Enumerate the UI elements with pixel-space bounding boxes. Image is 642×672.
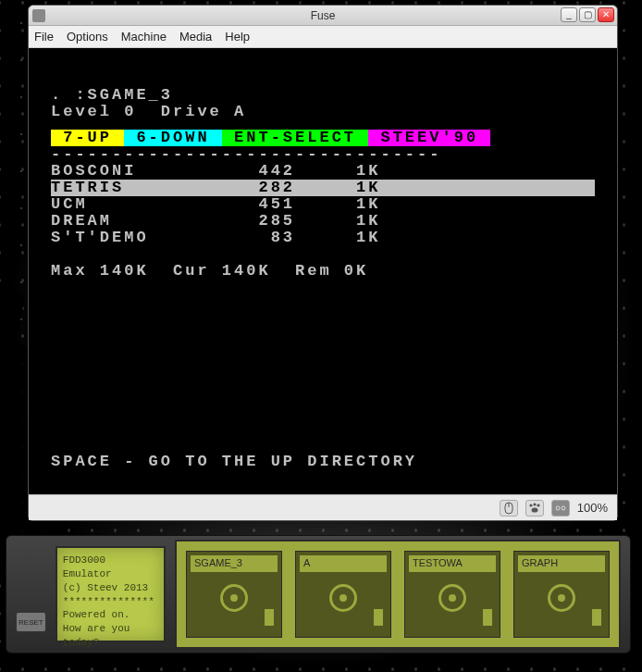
svg-rect-6 xyxy=(553,504,568,513)
minimize-button[interactable]: _ xyxy=(561,7,577,22)
drive-3[interactable]: GRAPH xyxy=(513,551,610,638)
mouse-icon[interactable] xyxy=(500,500,518,516)
menubar: File Options Machine Media Help xyxy=(29,26,617,48)
app-icon xyxy=(32,9,45,22)
menu-machine[interactable]: Machine xyxy=(121,30,167,44)
zoom-level: 100% xyxy=(577,501,608,515)
drive-label: GRAPH xyxy=(518,555,605,572)
lcd-line: Powered on. xyxy=(63,608,158,622)
floppy-notch xyxy=(592,609,601,626)
drive-label: SGAME_3 xyxy=(191,555,278,572)
menu-help[interactable]: Help xyxy=(225,30,250,44)
menu-options[interactable]: Options xyxy=(67,30,108,44)
credit: STEEV'90 xyxy=(368,130,490,146)
space-hint: SPACE - GO TO THE UP DIRECTORY xyxy=(51,454,417,470)
divider: -------------------------------- xyxy=(51,146,595,163)
menu-media[interactable]: Media xyxy=(179,30,212,44)
fuse-window: Fuse _ ▢ ✕ File Options Machine Media He… xyxy=(28,5,618,521)
header-bar: 7-UP 6-DOWN ENT-SELECT STEEV'90 xyxy=(51,130,595,146)
file-row[interactable]: DREAM 285 1K xyxy=(51,213,595,230)
drive-2[interactable]: TESTOWA xyxy=(404,551,500,638)
floppy-notch xyxy=(265,609,274,626)
hint-select: ENT-SELECT xyxy=(222,130,368,146)
svg-point-5 xyxy=(531,507,537,512)
svg-point-2 xyxy=(529,504,532,506)
file-row[interactable]: UCM 451 1K xyxy=(51,196,595,213)
lcd-line: *************** xyxy=(63,595,158,609)
file-list: BOSCONI 442 1K TETRIS 282 1K UCM 451 1K … xyxy=(51,163,595,246)
file-row[interactable]: S'T'DEMO 83 1K xyxy=(51,230,595,246)
floppy-icon xyxy=(220,584,248,612)
path-line: . :SGAME_3 xyxy=(51,87,595,104)
hint-up: 7-UP xyxy=(51,130,124,146)
lcd-line: (c) Steev 2013 xyxy=(63,581,158,595)
menu-file[interactable]: File xyxy=(34,30,54,44)
window-title: Fuse xyxy=(29,9,617,22)
emulator-screen[interactable]: . :SGAME_3 Level 0 Drive A 7-UP 6-DOWN E… xyxy=(29,48,617,494)
drive-label: A xyxy=(300,555,387,572)
titlebar[interactable]: Fuse _ ▢ ✕ xyxy=(29,6,617,26)
floppy-icon xyxy=(438,584,466,612)
fdd3000-panel: RESET FDD3000 Emulator (c) Steev 2013 **… xyxy=(6,535,631,653)
drive-bay: SGAME_3 A TESTOWA GRAPH xyxy=(175,540,621,649)
status-bar: 100% xyxy=(29,494,617,520)
drive-1[interactable]: A xyxy=(295,551,391,638)
file-row[interactable]: TETRIS 282 1K xyxy=(51,180,595,196)
floppy-icon xyxy=(548,584,575,612)
close-button[interactable]: ✕ xyxy=(598,7,614,22)
maximize-button[interactable]: ▢ xyxy=(579,7,596,22)
svg-point-4 xyxy=(537,504,539,506)
floppy-notch xyxy=(483,609,492,626)
lcd-line: How are you today? xyxy=(63,622,158,650)
drive-label: TESTOWA xyxy=(409,555,496,572)
disk-stats: Max 140K Cur 140K Rem 0K xyxy=(51,263,595,280)
hint-down: 6-DOWN xyxy=(124,130,222,146)
floppy-notch xyxy=(374,609,383,626)
drive-0[interactable]: SGAME_3 xyxy=(186,551,282,638)
level-drive-line: Level 0 Drive A xyxy=(51,104,595,120)
lcd-line: FDD3000 Emulator xyxy=(63,554,158,581)
svg-point-3 xyxy=(533,503,536,505)
fdd-lcd: FDD3000 Emulator (c) Steev 2013 ********… xyxy=(56,546,166,642)
file-row[interactable]: BOSCONI 442 1K xyxy=(51,163,595,180)
tape-icon[interactable] xyxy=(551,500,570,516)
reset-button[interactable]: RESET xyxy=(16,612,46,632)
floppy-icon xyxy=(329,584,357,612)
paw-icon[interactable] xyxy=(525,500,544,516)
